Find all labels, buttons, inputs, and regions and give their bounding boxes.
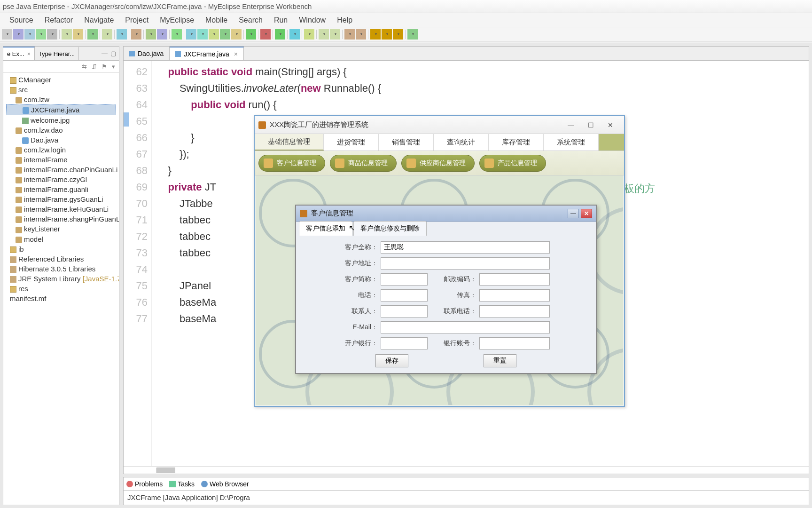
toolbar-button[interactable] — [172, 29, 182, 40]
tree-node[interactable]: internalFrame.chanPinGuanLi — [6, 165, 116, 175]
menu-source[interactable]: Source — [5, 14, 38, 26]
toolbar-button[interactable] — [157, 29, 167, 40]
tree-node[interactable]: internalFrame.shangPinGuanLi — [6, 214, 116, 224]
toolbar-button[interactable] — [220, 29, 230, 40]
toolbar-button[interactable] — [87, 29, 98, 40]
toolbar-button[interactable] — [102, 29, 112, 40]
close-icon[interactable]: × — [27, 51, 31, 57]
menu-refactor[interactable]: Refactor — [40, 14, 78, 26]
file-tree[interactable]: CManagersrccom.lzwJXCFrame.javawelcome.j… — [3, 73, 119, 505]
toolbar-button[interactable] — [117, 29, 127, 40]
tab-package-explorer[interactable]: e Ex...× — [3, 47, 35, 60]
menu-run[interactable]: Run — [269, 14, 292, 26]
input-postcode[interactable] — [479, 273, 550, 286]
reset-button[interactable]: 重置 — [484, 354, 516, 367]
menu-search[interactable]: Search — [234, 14, 267, 26]
input-shortname[interactable] — [381, 273, 428, 286]
tree-node[interactable]: Hibernate 3.0.5 Libraries — [6, 264, 116, 274]
dialog-title-bar[interactable]: 客户信息管理 — ✕ — [296, 206, 596, 222]
tree-node[interactable]: com.lzw.dao — [6, 125, 116, 135]
tree-node[interactable]: internalFrame.guanli — [6, 184, 116, 194]
input-email[interactable] — [381, 321, 550, 333]
maximize-button[interactable]: ☐ — [581, 119, 601, 132]
tree-node[interactable]: internalFrame — [6, 155, 116, 165]
app-menu-item[interactable]: 系统管理 — [544, 134, 599, 151]
toolbar-button[interactable] — [370, 29, 381, 40]
menu-icon[interactable]: ▾ — [112, 63, 115, 70]
tab-jxcframe-java[interactable]: JXCFrame.java× — [170, 47, 244, 60]
tab-dao-java[interactable]: Dao.java — [124, 47, 170, 60]
toolbar-button[interactable] — [13, 29, 23, 40]
toolbar-button[interactable] — [344, 29, 355, 40]
dialog-close-button[interactable]: ✕ — [581, 209, 592, 218]
toolbar-pill[interactable]: 供应商信息管理 — [401, 155, 475, 172]
menu-window[interactable]: Window — [294, 14, 330, 26]
minimize-button[interactable]: — — [561, 119, 581, 132]
input-account[interactable] — [479, 337, 550, 349]
tab-problems[interactable]: Problems — [126, 480, 163, 488]
app-title-bar[interactable]: XXX陶瓷工厂的进销存管理系统 — ☐ ✕ — [255, 116, 624, 134]
tree-node[interactable]: internalFrame.gysGuanLi — [6, 194, 116, 204]
tree-node[interactable]: welcome.jpg — [6, 115, 116, 125]
input-contact-tel[interactable] — [479, 305, 550, 318]
close-button[interactable]: ✕ — [601, 119, 620, 132]
toolbar-button[interactable] — [304, 29, 314, 40]
toolbar-button[interactable] — [246, 29, 256, 40]
input-bank[interactable] — [381, 337, 428, 349]
horizontal-scrollbar[interactable] — [124, 466, 809, 474]
toolbar-pill[interactable]: 客户信息管理 — [258, 155, 325, 172]
maximize-icon[interactable]: ▢ — [110, 50, 116, 57]
toolbar-button[interactable] — [382, 29, 392, 40]
toolbar-button[interactable] — [62, 29, 72, 40]
app-menu-item[interactable]: 销售管理 — [379, 134, 434, 151]
tab-add-customer[interactable]: 客户信息添加 — [299, 221, 352, 236]
toolbar-button[interactable] — [197, 29, 208, 40]
save-button[interactable]: 保存 — [375, 354, 408, 367]
toolbar-pill[interactable]: 商品信息管理 — [330, 155, 397, 172]
menu-mobile[interactable]: Mobile — [201, 14, 232, 26]
input-fax[interactable] — [479, 289, 550, 302]
toolbar-button[interactable] — [146, 29, 156, 40]
app-menu-item[interactable]: 库存管理 — [489, 134, 544, 151]
input-contact[interactable] — [381, 305, 428, 318]
toolbar-button[interactable] — [407, 29, 418, 40]
input-tel[interactable] — [381, 289, 428, 302]
toolbar-button[interactable] — [36, 29, 46, 40]
tree-node[interactable]: Dao.java — [6, 135, 116, 145]
tree-node[interactable]: JXCFrame.java — [6, 104, 116, 115]
tree-node[interactable]: com.lzw.login — [6, 145, 116, 155]
menu-help[interactable]: Help — [332, 14, 357, 26]
app-menu-item[interactable]: 基础信息管理 — [255, 134, 324, 151]
tree-node[interactable]: src — [6, 85, 116, 95]
tree-node[interactable]: JRE System Library [JavaSE-1.7] — [6, 274, 116, 284]
tree-node[interactable]: keyListener — [6, 224, 116, 234]
toolbar-button[interactable] — [209, 29, 219, 40]
toolbar-button[interactable] — [231, 29, 242, 40]
toolbar-button[interactable] — [260, 29, 271, 40]
tree-node[interactable]: ib — [6, 244, 116, 254]
toolbar-button[interactable] — [319, 29, 329, 40]
toolbar-button[interactable] — [356, 29, 366, 40]
collapse-icon[interactable]: ⇆ — [82, 63, 87, 70]
menu-project[interactable]: Project — [120, 14, 153, 26]
toolbar-button[interactable] — [289, 29, 300, 40]
link-icon[interactable]: ⇵ — [92, 63, 97, 70]
app-menu-item[interactable]: 进货管理 — [324, 134, 379, 151]
tab-tasks[interactable]: Tasks — [169, 480, 195, 488]
minimize-icon[interactable]: — — [102, 50, 108, 57]
filter-icon[interactable]: ⚑ — [102, 63, 107, 70]
input-fullname[interactable] — [381, 241, 550, 254]
app-menu-item[interactable]: 查询统计 — [434, 134, 489, 151]
tree-node[interactable]: internalFrame.czyGl — [6, 175, 116, 184]
tree-node[interactable]: com.lzw — [6, 95, 116, 104]
close-icon[interactable]: × — [234, 50, 238, 58]
toolbar-button[interactable] — [275, 29, 285, 40]
dialog-minimize-button[interactable]: — — [568, 209, 579, 218]
toolbar-button[interactable] — [186, 29, 196, 40]
toolbar-button[interactable] — [330, 29, 340, 40]
tree-node[interactable]: manifest.mf — [6, 294, 116, 303]
menu-myeclipse[interactable]: MyEclipse — [155, 14, 199, 26]
toolbar-button[interactable] — [24, 29, 35, 40]
toolbar-button[interactable] — [131, 29, 141, 40]
scrollbar-thumb[interactable] — [156, 468, 175, 473]
